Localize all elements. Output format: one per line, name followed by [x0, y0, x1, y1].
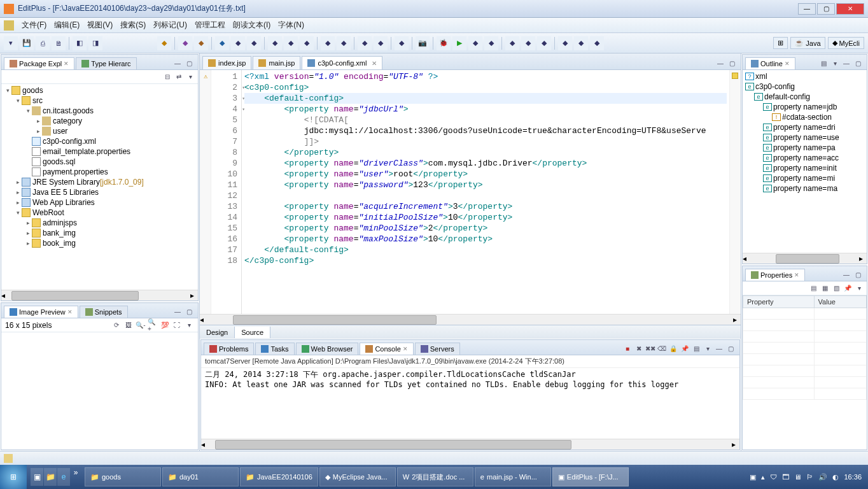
tb-f[interactable]: ◆ [247, 36, 261, 50]
tb-c[interactable]: ◆ [194, 36, 208, 50]
outline-item[interactable]: ?xml [744, 71, 865, 82]
tb-n[interactable]: ◆ [395, 36, 409, 50]
minimize-icon[interactable]: — [841, 58, 851, 68]
taskbar-item[interactable]: emain.jsp - Win... [475, 467, 551, 486]
maximize-icon[interactable]: ▢ [853, 269, 863, 280]
tb-u[interactable]: ◆ [521, 36, 535, 50]
tree-item[interactable]: ▸user [1, 126, 198, 136]
tree-item[interactable]: ▸JRE System Library [jdk1.7.0_09] [1, 177, 198, 187]
tray-icon[interactable]: ◐ [832, 473, 839, 481]
tree-item[interactable]: ▾src [1, 96, 198, 106]
tab-type-hierarchy[interactable]: Type Hierarc [76, 57, 136, 69]
clock[interactable]: 16:36 [844, 473, 862, 481]
overview-ruler[interactable] [729, 70, 741, 314]
tb-b[interactable]: ◆ [178, 36, 192, 50]
outline-hscroll[interactable]: ◂▸ [743, 253, 867, 264]
tb-j[interactable]: ◆ [321, 36, 335, 50]
save-all-button[interactable]: ⎙ [36, 36, 50, 50]
tb-2[interactable]: ◨ [88, 36, 102, 50]
outline-item[interactable]: ec3p0-config [744, 82, 865, 92]
tb-r[interactable]: ◆ [468, 36, 482, 50]
outline-item[interactable]: eproperty name=ma [744, 183, 865, 194]
tray-icon[interactable]: 🖥 [794, 473, 801, 481]
tb-i[interactable]: ◆ [300, 36, 314, 50]
tb-a[interactable]: ◆ [157, 36, 171, 50]
taskbar-overflow-icon[interactable]: » [71, 468, 81, 486]
taskbar-item[interactable]: ▣EditPlus - [F:\J... [552, 467, 629, 486]
tb-m[interactable]: ◆ [374, 36, 388, 50]
taskbar-item[interactable]: 📁JavaEE20140106 [240, 467, 318, 486]
tree-item[interactable]: ▾WebRoot [1, 208, 198, 218]
tray-volume-icon[interactable]: 🔊 [818, 473, 827, 481]
outline-item[interactable]: eproperty name=use [744, 132, 865, 143]
maximize-button[interactable]: ▢ [817, 3, 835, 15]
zoom-100-icon[interactable]: 💯 [160, 320, 170, 330]
tb-k[interactable]: ◆ [337, 36, 351, 50]
props-btn2-icon[interactable]: ▦ [820, 283, 830, 293]
tree-item[interactable]: ▾cn.itcast.goods [1, 106, 198, 116]
open-perspective-button[interactable]: ⊞ [773, 37, 788, 49]
perspective-myeclipse[interactable]: ◆ MyEcli [828, 37, 864, 49]
tree-item[interactable]: ▸adminjsps [1, 218, 198, 228]
refresh-icon[interactable]: ⟳ [111, 320, 122, 330]
props-pin-icon[interactable]: 📌 [843, 283, 853, 293]
clear-console-icon[interactable]: ⌫ [657, 343, 667, 353]
tb-t[interactable]: ◆ [505, 36, 519, 50]
maximize-icon[interactable]: ▢ [184, 58, 194, 68]
col-value[interactable]: Value [814, 296, 866, 308]
taskbar-pin-2[interactable]: 📁 [44, 468, 57, 486]
props-btn1-icon[interactable]: ▤ [808, 283, 818, 293]
console-hscroll[interactable]: ◂▸ [201, 439, 739, 450]
properties-table[interactable]: PropertyValue [743, 295, 867, 400]
tab-tasks[interactable]: Tasks [255, 343, 294, 355]
design-tab[interactable]: Design [200, 327, 235, 338]
tb-s[interactable]: ◆ [484, 36, 498, 50]
menu-project[interactable]: 管理工程 [195, 20, 225, 31]
tree-item[interactable]: ▸bank_img [1, 228, 198, 238]
tab-problems[interactable]: Problems [204, 343, 254, 355]
tb-w[interactable]: ◆ [558, 36, 572, 50]
tray-icon[interactable]: 🗔 [782, 473, 789, 481]
tree-item[interactable]: ▸category [1, 116, 198, 126]
code-editor[interactable]: 123456789101112131415161718 <?xml versio… [200, 70, 741, 314]
tree-item[interactable]: ▸Java EE 5 Libraries [1, 187, 198, 197]
tb-o[interactable]: 📷 [416, 36, 430, 50]
minimize-icon[interactable]: — [841, 269, 851, 280]
col-property[interactable]: Property [743, 296, 815, 308]
debug-button[interactable]: 🐞 [437, 36, 451, 50]
minimize-icon[interactable]: — [172, 306, 183, 316]
tray-icon[interactable]: 🏳 [806, 473, 813, 481]
zoom-out-icon[interactable]: 🔍- [136, 320, 146, 330]
tb-g[interactable]: ◆ [268, 36, 282, 50]
warning-marker-icon[interactable] [732, 73, 738, 79]
display-console-icon[interactable]: ▤ [691, 343, 701, 353]
print-button[interactable]: 🗎 [52, 36, 66, 50]
taskbar-pin-ie[interactable]: e [57, 468, 70, 486]
collapse-all-icon[interactable]: ⊟ [162, 71, 172, 82]
tab-servers[interactable]: Servers [415, 343, 460, 355]
menu-edit[interactable]: 编辑(E) [54, 20, 80, 31]
perspective-java[interactable]: ☕ Java [790, 37, 825, 49]
tb-d[interactable]: ◆ [215, 36, 229, 50]
zoom-fit-icon[interactable]: ⛶ [172, 320, 182, 330]
tray-icon[interactable]: ▣ [750, 473, 756, 481]
tree-item[interactable]: c3p0-config.xml [1, 136, 198, 146]
tab-package-explorer[interactable]: Package Expl ✕ [4, 57, 74, 69]
tree-item[interactable]: payment.properties [1, 167, 198, 177]
outline-item[interactable]: eproperty name=mi [744, 173, 865, 183]
scroll-lock-icon[interactable]: 🔒 [668, 343, 678, 353]
package-tree[interactable]: ▾goods▾src▾cn.itcast.goods▸category▸user… [1, 84, 198, 290]
taskbar-pin-1[interactable]: ▣ [31, 468, 43, 486]
tb-1[interactable]: ◧ [73, 36, 87, 50]
tb-v[interactable]: ◆ [537, 36, 551, 50]
menu-read[interactable]: 朗读文本(I) [233, 20, 270, 31]
console-output[interactable]: 二月 24, 2014 3:27:18 下午 org.apache.jasper… [201, 368, 739, 439]
minimize-icon[interactable]: — [714, 343, 724, 353]
menu-column[interactable]: 列标记(U) [153, 20, 187, 31]
view-menu-icon[interactable]: ▾ [854, 283, 864, 293]
outline-toggle-icon[interactable]: ▤ [818, 58, 829, 68]
view-menu-icon[interactable]: ▾ [830, 58, 840, 68]
menu-view[interactable]: 视图(V) [87, 20, 113, 31]
maximize-icon[interactable]: ▢ [725, 343, 736, 353]
start-button[interactable]: ⊞ [0, 465, 27, 489]
